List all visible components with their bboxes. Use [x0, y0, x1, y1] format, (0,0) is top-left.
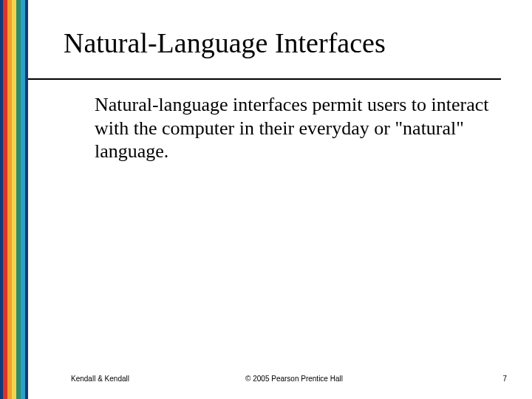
footer-author: Kendall & Kendall: [71, 375, 129, 383]
footer-copyright: © 2005 Pearson Prentice Hall: [245, 375, 343, 383]
horizontal-rule: [28, 78, 501, 80]
sidebar-decorative-stripes: [0, 0, 28, 399]
footer-page-number: 7: [502, 375, 507, 383]
slide-title: Natural-Language Interfaces: [28, 0, 532, 66]
slide-body-text: Natural-language interfaces permit users…: [95, 93, 502, 163]
slide: Natural-Language Interfaces Natural-lang…: [0, 0, 532, 399]
slide-content-area: Natural-Language Interfaces Natural-lang…: [28, 0, 532, 399]
